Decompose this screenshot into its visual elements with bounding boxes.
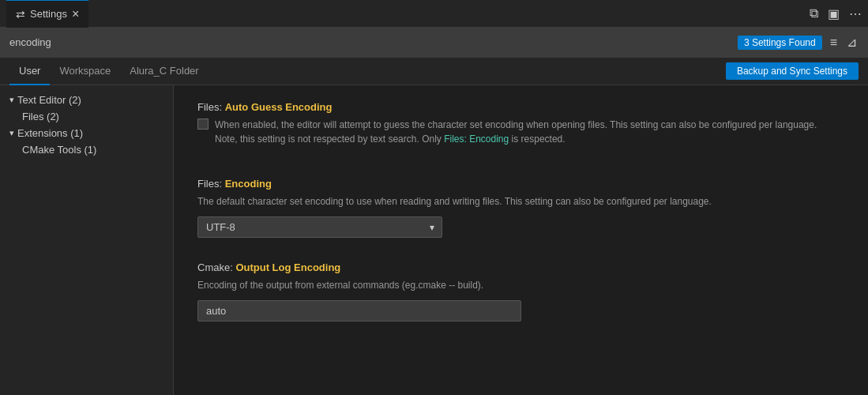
title-bar-actions: ⧉ ▣ ⋯ — [810, 6, 862, 21]
sidebar: ▾ Text Editor (2) Files (2) ▾ Extensions… — [0, 85, 174, 395]
settings-found-badge: 3 Settings Found — [738, 36, 822, 50]
tab-workspace-label: Workspace — [59, 65, 111, 77]
setting-auto-guess-bold: Auto Guess Encoding — [225, 101, 333, 113]
title-bar: ⇄ Settings × ⧉ ▣ ⋯ — [0, 0, 868, 28]
sidebar-item-cmake-tools-label: CMake Tools (1) — [22, 144, 96, 156]
sidebar-item-text-editor-label: Text Editor (2) — [17, 94, 81, 106]
setting-encoding-prefix: Files: — [197, 178, 225, 190]
setting-cmake-encoding-prefix: Cmake: — [197, 261, 235, 273]
sidebar-item-extensions-label: Extensions (1) — [17, 127, 83, 139]
cmake-encoding-desc: Encoding of the output from external com… — [197, 278, 814, 292]
settings-content: Files: Auto Guess Encoding When enabled,… — [174, 85, 868, 395]
cmake-encoding-input[interactable] — [197, 300, 521, 322]
tab-workspace[interactable]: Workspace — [50, 58, 120, 85]
search-bar: 3 Settings Found ≡ ⊿ — [0, 28, 868, 58]
tab-close-button[interactable]: × — [72, 8, 79, 21]
filter-button[interactable]: ⊿ — [845, 33, 859, 51]
auto-guess-desc-suffix: is respected. — [512, 134, 566, 145]
setting-auto-guess-title: Files: Auto Guess Encoding — [197, 101, 844, 113]
tabs-bar: User Workspace Alura_C Folder Backup and… — [0, 58, 868, 85]
layout-button[interactable]: ▣ — [828, 6, 840, 21]
encoding-select-container: UTF-8 UTF-16 LE UTF-16 BE Latin1 Windows… — [197, 216, 442, 238]
main-content: ▾ Text Editor (2) Files (2) ▾ Extensions… — [0, 85, 868, 395]
tab-folder[interactable]: Alura_C Folder — [120, 58, 208, 85]
tab-user[interactable]: User — [9, 58, 50, 85]
setting-encoding-title: Files: Encoding — [197, 178, 844, 190]
more-actions-button[interactable]: ⋯ — [849, 6, 862, 21]
auto-guess-checkbox-row: When enabled, the editor will attempt to… — [197, 118, 844, 154]
setting-encoding-bold: Encoding — [225, 178, 272, 190]
tree-arrow-text-editor: ▾ — [9, 95, 14, 105]
search-input[interactable] — [9, 36, 738, 48]
split-editor-button[interactable]: ⧉ — [810, 6, 818, 21]
tree-arrow-extensions: ▾ — [9, 128, 14, 138]
setting-auto-guess-prefix: Files: — [197, 101, 225, 113]
backup-sync-button[interactable]: Backup and Sync Settings — [726, 62, 859, 80]
sidebar-item-extensions[interactable]: ▾ Extensions (1) — [0, 125, 173, 141]
sidebar-item-cmake-tools[interactable]: CMake Tools (1) — [0, 141, 173, 158]
encoding-select[interactable]: UTF-8 UTF-16 LE UTF-16 BE Latin1 Windows… — [197, 216, 442, 238]
setting-auto-guess: Files: Auto Guess Encoding When enabled,… — [197, 101, 844, 154]
settings-tab-icon: ⇄ — [16, 8, 25, 21]
setting-cmake-encoding: Cmake: Output Log Encoding Encoding of t… — [197, 261, 844, 322]
auto-guess-desc: When enabled, the editor will attempt to… — [215, 118, 831, 146]
setting-encoding: Files: Encoding The default character se… — [197, 178, 844, 238]
settings-tab-label: Settings — [30, 8, 67, 20]
tab-user-label: User — [19, 65, 40, 77]
auto-guess-desc-link[interactable]: Files: Encoding — [444, 134, 509, 145]
sidebar-item-files-label: Files (2) — [22, 111, 59, 122]
sidebar-item-text-editor[interactable]: ▾ Text Editor (2) — [0, 92, 173, 108]
tab-folder-label: Alura_C Folder — [130, 65, 198, 77]
search-actions: 3 Settings Found ≡ ⊿ — [738, 33, 859, 51]
setting-cmake-encoding-bold: Output Log Encoding — [235, 261, 340, 273]
encoding-desc: The default character set encoding to us… — [197, 194, 814, 209]
clear-filter-button[interactable]: ≡ — [829, 34, 839, 51]
sidebar-item-files[interactable]: Files (2) — [0, 108, 173, 125]
settings-tab[interactable]: ⇄ Settings × — [6, 0, 88, 28]
setting-cmake-encoding-title: Cmake: Output Log Encoding — [197, 261, 844, 273]
auto-guess-checkbox[interactable] — [197, 118, 209, 130]
